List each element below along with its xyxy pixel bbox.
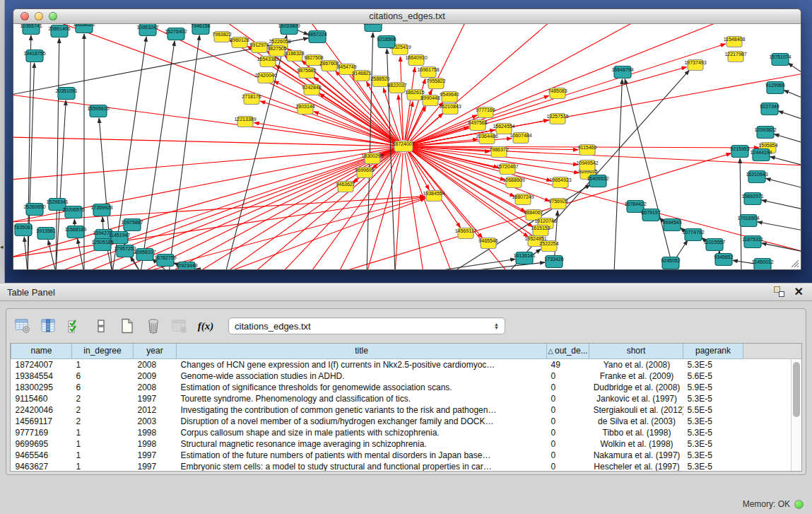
table-mode-icon[interactable] <box>12 315 33 337</box>
zoom-window-button[interactable] <box>49 12 57 21</box>
graph-edge[interactable] <box>102 217 103 229</box>
table-cell: 9465546 <box>11 450 72 461</box>
table-cell: 2012 <box>134 404 177 416</box>
graph-node-label: 7963822 <box>212 32 231 37</box>
graph-edge[interactable] <box>412 74 801 145</box>
graph-edge[interactable] <box>411 24 720 144</box>
table-scrollbar[interactable] <box>791 359 801 471</box>
graph-node-label: 2803144 <box>295 104 314 109</box>
table-row[interactable]: 1830029562008Estimation of significance … <box>11 382 803 393</box>
table-row[interactable]: 946362711997Embryonic stem cells: a mode… <box>11 461 803 472</box>
graph-edge[interactable] <box>766 178 801 188</box>
graph-edge[interactable] <box>762 243 801 252</box>
graph-edge[interactable] <box>225 35 287 269</box>
table-row[interactable]: 977716911998Corpus callosum shape and si… <box>11 427 803 438</box>
graph-edge[interactable] <box>297 30 308 35</box>
graph-edge[interactable] <box>400 57 403 140</box>
create-new-column-icon[interactable] <box>117 315 138 337</box>
table-cell: 2009 <box>134 370 177 382</box>
table-cell: 1 <box>72 427 134 438</box>
graph-node-label: 8990448 <box>420 95 440 100</box>
column-header-outde[interactable]: △out_de... <box>547 344 589 358</box>
graph-node-label: 19418755 <box>23 51 45 56</box>
table-cell: 0 <box>547 416 589 427</box>
table-cell: 14569117 <box>11 416 72 427</box>
graph-node-label: 9549640 <box>440 92 459 97</box>
show-columns-icon[interactable] <box>38 315 59 337</box>
graph-edge[interactable] <box>784 90 801 98</box>
graph-edge[interactable] <box>408 151 460 228</box>
graph-edge[interactable] <box>740 158 741 269</box>
graph-edge[interactable] <box>778 111 801 119</box>
collapse-splitter-icon[interactable]: ◂ <box>0 243 4 250</box>
table-cell: 0 <box>547 438 589 450</box>
graph-edge[interactable] <box>762 200 801 209</box>
column-header-name[interactable]: name <box>11 344 72 358</box>
graph-node-label: 1733426 <box>544 257 563 262</box>
graph-edge[interactable] <box>13 147 395 180</box>
graph-edge[interactable] <box>775 134 801 143</box>
graph-edge[interactable] <box>13 95 395 146</box>
select-all-icon[interactable] <box>64 315 86 337</box>
column-header-short[interactable]: short <box>589 344 683 358</box>
graph-node-label: 18640910 <box>405 55 427 60</box>
table-cell: Corpus callosum shape and size in male p… <box>177 427 547 438</box>
column-header-pagerank[interactable]: pagerank <box>683 344 743 358</box>
table-scrollbar-thumb[interactable] <box>793 362 800 417</box>
graph-edge[interactable] <box>169 35 199 269</box>
clear-selection-icon[interactable] <box>90 315 112 337</box>
graph-node-label: 25260650 <box>23 204 45 209</box>
table-selector-dropdown[interactable]: citations_edges.txt ▲▼ <box>228 317 505 334</box>
network-graph-canvas[interactable]: 1872400718300295193845546497568203644861… <box>13 24 801 269</box>
graph-edge[interactable] <box>408 107 425 141</box>
close-window-button[interactable] <box>20 12 29 21</box>
table-row[interactable]: 969969511998Structural magnetic resonanc… <box>11 438 803 450</box>
graph-edge[interactable] <box>274 81 396 144</box>
function-builder-icon[interactable]: f(x) <box>195 315 216 337</box>
table-cell: 1 <box>72 450 134 461</box>
table-row[interactable]: 2242004622012Investigating the contribut… <box>11 404 803 416</box>
left-splitter-strip[interactable]: ◂ <box>0 0 5 283</box>
table-row[interactable]: 1938455462009Genome-wide association stu… <box>11 370 803 382</box>
delete-columns-icon[interactable] <box>143 315 164 337</box>
table-cell: 5.3E-5 <box>683 461 743 472</box>
graph-edge[interactable] <box>367 33 373 269</box>
graph-edge[interactable] <box>412 148 552 181</box>
table-cell: 0 <box>547 370 589 382</box>
graph-node[interactable] <box>365 24 382 32</box>
graph-edge[interactable] <box>676 240 687 258</box>
table-row[interactable]: 911546021997Tourette syndrome. Phenomeno… <box>11 393 803 404</box>
minimize-window-button[interactable] <box>35 12 43 21</box>
column-header-year[interactable]: year <box>134 344 177 358</box>
table-row[interactable]: 946554611997Estimation of the future num… <box>11 450 803 461</box>
window-titlebar[interactable]: citations_edges.txt <box>13 9 801 24</box>
table-cell: Dudbridge et al. (2008) <box>589 382 683 393</box>
table-row[interactable]: 1872400712008Changes of HCN gene express… <box>11 358 803 370</box>
table-cell: 0 <box>547 404 589 416</box>
graph-node-label: 9215953 <box>730 146 749 151</box>
table-cell: Yano et al. (2008) <box>589 358 683 370</box>
table-cell: 2008 <box>134 358 177 370</box>
table-cell: Estimation of the future numbers of pati… <box>177 450 547 461</box>
graph-edge[interactable] <box>625 79 674 269</box>
table-cell: 1997 <box>134 450 177 461</box>
network-graph[interactable]: 1872400718300295193845546497568203644861… <box>13 24 801 269</box>
column-header-title[interactable]: title <box>177 344 547 358</box>
float-panel-icon[interactable] <box>774 286 784 297</box>
graph-edge[interactable] <box>56 38 59 269</box>
graph-edge[interactable] <box>196 269 225 269</box>
window-resize-grip[interactable] <box>790 259 799 268</box>
graph-edge[interactable] <box>406 152 452 269</box>
graph-node-label: 17016504 <box>737 216 759 221</box>
close-panel-icon[interactable]: ✕ <box>794 286 804 297</box>
graph-edge[interactable] <box>758 222 801 230</box>
graph-edge[interactable] <box>254 123 395 146</box>
graph-edge[interactable] <box>13 137 395 146</box>
table-row[interactable]: 1456911722003Disruption of a novel membe… <box>11 416 803 427</box>
graph-edge[interactable] <box>13 148 395 257</box>
column-header-indegree[interactable]: in_degree <box>72 344 134 358</box>
graph-edge[interactable] <box>28 63 35 269</box>
graph-edge[interactable] <box>788 63 801 74</box>
graph-edge[interactable] <box>225 198 425 269</box>
graph-edge[interactable] <box>141 41 175 269</box>
